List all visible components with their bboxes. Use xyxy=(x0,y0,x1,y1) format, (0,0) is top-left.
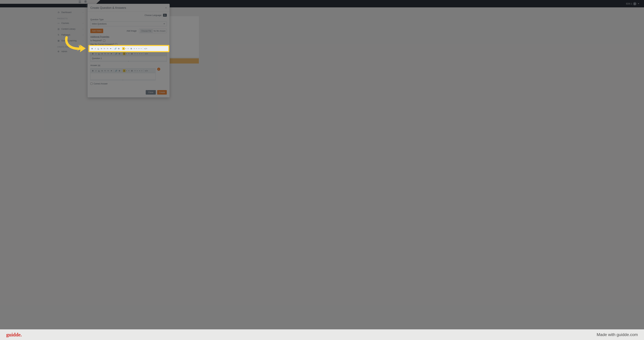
chevron-down-icon[interactable]: ▼ xyxy=(136,48,137,49)
guidde-logo: guidde. xyxy=(6,332,22,337)
toolbar-separator xyxy=(143,47,143,50)
italic-icon[interactable]: I xyxy=(94,47,96,50)
text-color-icon[interactable]: A xyxy=(122,47,125,50)
highlight-region: B I U S X X 🔗 ⧉ A ▼ ▼ ▼ xyxy=(88,45,169,52)
clear-format-icon[interactable] xyxy=(109,47,112,50)
unordered-list-icon[interactable] xyxy=(127,47,130,50)
bold-icon[interactable]: B xyxy=(91,47,94,50)
link-icon[interactable]: 🔗 xyxy=(114,47,117,50)
app-stage: EDS 1 ☰ C ◔Dashboard › PRODUCTS ▭Courses… xyxy=(0,0,644,340)
arrow-annotation xyxy=(63,36,89,55)
underline-icon[interactable]: U xyxy=(97,47,100,50)
superscript-icon[interactable]: X xyxy=(103,47,106,50)
chevron-down-icon[interactable]: ▼ xyxy=(140,48,142,49)
code-view-icon[interactable] xyxy=(144,47,148,50)
align-icon[interactable] xyxy=(138,47,140,50)
unlink-icon[interactable]: ⧉ xyxy=(118,47,120,50)
watermark-footer: guidde. Made with guidde.com xyxy=(0,329,644,340)
toolbar-separator xyxy=(121,47,121,50)
indent-icon[interactable] xyxy=(133,47,136,50)
made-with-label: Made with guidde.com xyxy=(597,332,638,337)
toolbar-separator xyxy=(113,47,113,50)
subscript-icon[interactable]: X xyxy=(106,47,109,50)
chevron-down-icon[interactable]: ▼ xyxy=(125,48,126,49)
highlighted-toolbar: B I U S X X 🔗 ⧉ A ▼ ▼ ▼ xyxy=(90,46,168,51)
strike-icon[interactable]: S xyxy=(100,47,103,50)
ordered-list-icon[interactable] xyxy=(130,47,132,50)
